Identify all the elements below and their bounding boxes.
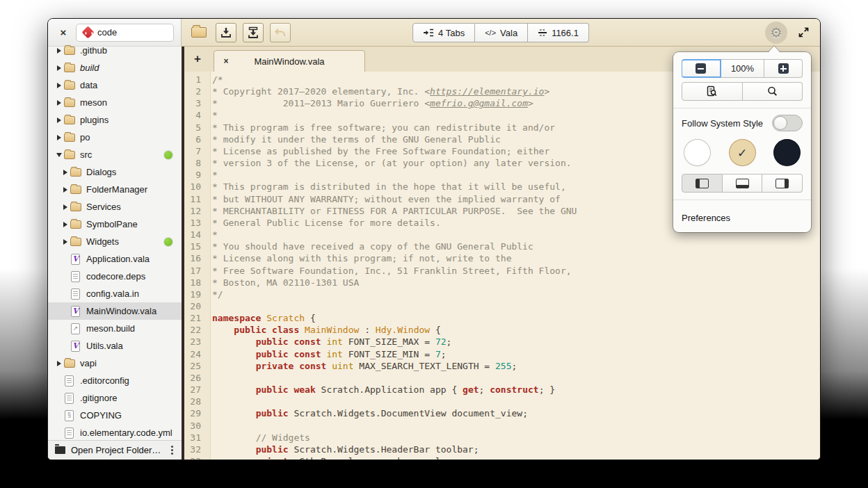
follow-system-style-toggle[interactable]	[772, 115, 803, 131]
zoom-out-button[interactable]	[682, 59, 721, 78]
toggle-sidebar-button[interactable]	[682, 174, 723, 193]
chevron-right-icon[interactable]	[61, 187, 70, 193]
code-brackets-icon: </>	[485, 29, 496, 37]
chevron-right-icon[interactable]	[61, 222, 70, 227]
line-content: private const uint MAX_SEARCH_TEXT_LENGT…	[206, 360, 517, 372]
chevron-right-icon[interactable]	[55, 361, 63, 366]
chevron-right-icon[interactable]	[55, 135, 63, 140]
chevron-right-icon[interactable]	[55, 83, 63, 88]
folder-icon	[63, 64, 75, 72]
tree-item-foldermanager[interactable]: FolderManager	[48, 181, 182, 198]
tab-close-icon[interactable]: ×	[220, 56, 232, 66]
project-chip[interactable]: code	[76, 24, 174, 42]
vcs-status-badge	[164, 151, 172, 159]
tree-item-label: MainWindow.vala	[86, 306, 156, 316]
tree-item-meson-build[interactable]: ↗meson.build	[48, 320, 182, 337]
tree-item-mainwindow-vala[interactable]: VMainWindow.vala	[48, 302, 182, 320]
line-number: 19	[184, 288, 206, 300]
zoom-in-button[interactable]	[764, 59, 803, 78]
tree-item--github[interactable]: .github	[48, 42, 182, 59]
goto-line-button[interactable]: 1166.1	[528, 23, 589, 42]
toggle-bottom-panel-button[interactable]	[723, 174, 763, 193]
style-sepia-option[interactable]: ✓	[730, 140, 755, 165]
style-switcher: ✓	[682, 138, 803, 174]
tree-item-build[interactable]: build	[48, 59, 182, 76]
tree-item-io-elementary-code-yml[interactable]: io.elementary.code.yml	[48, 424, 182, 440]
find-button[interactable]	[743, 82, 803, 101]
settings-gear-button[interactable]: ⚙	[765, 22, 787, 44]
line-content: // Widgets	[206, 432, 310, 444]
open-file-button[interactable]	[188, 23, 209, 42]
tree-item-codecore-deps[interactable]: codecore.deps	[48, 268, 182, 285]
check-icon: ✓	[737, 146, 747, 160]
tree-item-config-vala-in[interactable]: config.vala.in	[48, 285, 182, 302]
open-project-folder-button[interactable]: Open Project Folder…	[48, 440, 182, 459]
window-close-button[interactable]: ×	[56, 26, 70, 38]
save-as-button[interactable]	[243, 23, 264, 42]
line-number: 6	[184, 133, 206, 145]
chevron-down-icon[interactable]	[55, 153, 63, 157]
line-number: 14	[184, 229, 206, 241]
line-number: 28	[184, 396, 206, 407]
style-light-option[interactable]	[684, 140, 710, 165]
tree-item-widgets[interactable]: Widgets	[48, 233, 182, 250]
zoom-level-button[interactable]: 100%	[721, 59, 765, 78]
tree-item-plugins[interactable]: plugins	[48, 111, 182, 129]
chevron-right-icon[interactable]	[61, 170, 70, 175]
code-line: 21namespace Scratch {	[184, 312, 820, 324]
line-content: *	[206, 169, 218, 181]
revert-button[interactable]	[270, 23, 291, 42]
line-number: 15	[184, 241, 206, 252]
line-content: /*	[206, 74, 223, 86]
tree-item--gitignore[interactable]: .gitignore	[48, 389, 182, 407]
line-column-label: 1166.1	[552, 28, 579, 38]
language-button[interactable]: </> Vala	[475, 23, 528, 42]
tree-item-dialogs[interactable]: Dialogs	[48, 163, 182, 181]
chevron-right-icon[interactable]	[61, 204, 70, 210]
tree-item-utils-vala[interactable]: VUtils.vala	[48, 337, 182, 355]
line-content	[206, 396, 212, 407]
tree-item--editorconfig[interactable]: .editorconfig	[48, 372, 182, 389]
code-line: 30	[184, 420, 820, 432]
line-number: 10	[184, 181, 206, 193]
project-name: code	[97, 27, 117, 38]
line-content: public Scratch.Widgets.HeaderBar toolbar…	[206, 444, 479, 455]
license-file-icon: §	[63, 410, 75, 421]
line-content: * MERCHANTABILITY or FITNESS FOR A PARTI…	[206, 205, 577, 217]
code-line: 18* Boston, MA 02110-1301 USA	[184, 277, 820, 288]
tree-item-copying[interactable]: §COPYING	[48, 407, 182, 424]
chevron-right-icon[interactable]	[55, 100, 63, 106]
tree-item-services[interactable]: Services	[48, 198, 182, 215]
preferences-menu-item[interactable]: Preferences	[682, 206, 803, 229]
find-in-project-button[interactable]	[682, 82, 743, 101]
tree-item-application-vala[interactable]: VApplication.vala	[48, 250, 182, 268]
sidebar-menu-button[interactable]	[168, 444, 176, 456]
tree-item-src[interactable]: src	[48, 146, 182, 163]
tree-item-po[interactable]: po	[48, 129, 182, 146]
tree-item-label: .github	[80, 45, 107, 56]
tree-item-symbolpane[interactable]: SymbolPane	[48, 215, 182, 233]
chevron-right-icon[interactable]	[61, 239, 70, 245]
vcs-status-badge	[164, 238, 172, 246]
folder-icon	[70, 238, 81, 246]
tree-item-data[interactable]: data	[48, 76, 182, 94]
chevron-right-icon[interactable]	[55, 117, 63, 123]
chevron-right-icon[interactable]	[55, 48, 63, 54]
new-tab-button[interactable]: +	[187, 49, 208, 70]
chevron-right-icon[interactable]	[55, 65, 63, 71]
line-content: public Scratch.Widgets.DocumentView docu…	[206, 407, 528, 419]
tab-mainwindow[interactable]: × MainWindow.vala	[214, 50, 365, 72]
bottom-pane-icon	[736, 179, 749, 188]
style-dark-option[interactable]	[774, 140, 800, 165]
tree-item-vapi[interactable]: vapi	[48, 355, 182, 372]
fullscreen-icon	[798, 26, 810, 38]
tabs-menu-button[interactable]: 4 Tabs	[412, 23, 475, 42]
tree-item-meson[interactable]: meson	[48, 94, 182, 111]
toggle-right-panel-button[interactable]	[762, 174, 803, 193]
line-number: 1	[184, 74, 206, 86]
line-content: public const int FONT_SIZE_MIN = 7;	[206, 348, 447, 360]
fullscreen-button[interactable]	[794, 23, 813, 42]
save-button[interactable]	[216, 23, 236, 42]
tree-item-label: Utils.vala	[86, 341, 123, 351]
line-number: 22	[184, 324, 206, 336]
